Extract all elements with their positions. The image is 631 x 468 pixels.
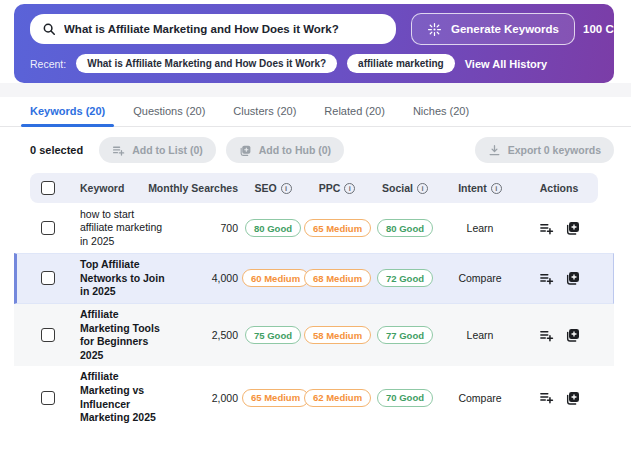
intent-value: Compare [440,272,520,284]
column-header-seo: SEO i [242,182,304,194]
table-row[interactable]: Top Affiliate Networks to Join in 2025 4… [14,253,614,304]
add-to-hub-label: Add to Hub (0) [259,144,331,156]
recent-label: Recent: [30,58,66,70]
generate-keywords-label: Generate Keywords [451,23,559,35]
column-label: Social [382,182,413,194]
keyword-text: Affiliate Marketing vs Influencer Market… [80,370,168,425]
intent-value: Learn [440,222,520,234]
add-to-list-label: Add to List (0) [132,144,203,156]
search-header: Generate Keywords 100 Credits Recent: Wh… [14,4,614,83]
ppc-score-badge: 65 Medium [304,219,371,237]
monthly-searches-value: 2,500 [178,329,242,341]
column-header-intent: Intent i [440,182,520,194]
seo-score-badge: 60 Medium [242,269,309,287]
table-row[interactable]: how to start affiliate marketing in 2025… [14,203,614,253]
row-checkbox[interactable] [41,328,55,342]
tab-keywords[interactable]: Keywords (20) [16,97,119,126]
download-icon [488,144,501,157]
ppc-score-badge: 62 Medium [304,389,371,407]
column-header-actions: Actions [520,182,598,194]
selected-count: 0 selected [30,144,83,156]
keyword-research-page: Generate Keywords 100 Credits Recent: Wh… [0,0,631,468]
header-divider-strip [0,83,631,97]
info-icon[interactable]: i [344,183,355,194]
add-to-list-icon[interactable] [538,390,555,405]
keyword-text: how to start affiliate marketing in 2025 [80,208,168,249]
select-all-cell [30,181,66,195]
info-icon[interactable]: i [491,183,502,194]
keywords-table: Keyword Monthly Searches SEO i PPC i Soc… [14,173,614,429]
search-icon [42,22,56,36]
sparkle-icon [427,22,442,37]
social-score-badge: 80 Good [377,219,433,237]
select-all-checkbox[interactable] [41,181,55,195]
monthly-searches-value: 700 [178,222,242,234]
selection-toolbar: 0 selected Add to List (0) Add to Hub (0… [0,127,631,171]
table-row[interactable]: Affiliate Marketing Tools for Beginners … [14,304,614,367]
social-score-badge: 77 Good [377,326,433,344]
view-all-history-link[interactable]: View All History [465,58,548,70]
info-icon[interactable]: i [417,183,428,194]
add-to-list-icon[interactable] [538,328,555,343]
hub-plus-icon [239,144,252,157]
keyword-search-box[interactable] [30,14,396,44]
add-to-hub-icon[interactable] [565,327,581,343]
intent-value: Learn [440,329,520,341]
tab-niches[interactable]: Niches (20) [399,97,483,126]
column-label: Actions [540,182,579,194]
tab-clusters[interactable]: Clusters (20) [219,97,310,126]
table-header-row: Keyword Monthly Searches SEO i PPC i Soc… [30,173,598,203]
tabs-bar: Keywords (20)Questions (20)Clusters (20)… [0,97,631,127]
column-label: Intent [458,182,487,194]
add-to-hub-icon[interactable] [565,270,581,286]
credits-badge: 100 Credits [575,23,631,35]
social-score-badge: 70 Good [377,389,433,407]
seo-score-badge: 75 Good [245,326,301,344]
tab-related[interactable]: Related (20) [310,97,399,126]
recent-chip[interactable]: What is Affiliate Marketing and How Does… [76,54,337,73]
row-checkbox[interactable] [41,221,55,235]
column-label: Monthly Searches [148,182,238,194]
add-to-list-icon[interactable] [538,271,555,286]
row-checkbox[interactable] [41,391,55,405]
add-to-hub-icon[interactable] [565,390,581,406]
search-input[interactable] [64,23,384,35]
seo-score-badge: 80 Good [245,219,301,237]
recent-chips: What is Affiliate Marketing and How Does… [76,54,455,73]
ppc-score-badge: 58 Medium [304,326,371,344]
column-label: Keyword [80,182,124,194]
column-label: PPC [319,182,341,194]
column-label: SEO [254,182,276,194]
tab-questions[interactable]: Questions (20) [119,97,219,126]
ppc-score-badge: 68 Medium [304,269,371,287]
generate-keywords-button[interactable]: Generate Keywords [411,13,575,45]
column-header-monthly: Monthly Searches [178,182,242,194]
add-to-hub-icon[interactable] [565,220,581,236]
column-header-social: Social i [370,182,440,194]
table-row[interactable]: Affiliate Marketing vs Influencer Market… [14,366,614,429]
social-score-badge: 72 Good [377,269,433,287]
add-to-list-icon[interactable] [538,221,555,236]
export-keywords-label: Export 0 keywords [508,144,601,156]
monthly-searches-value: 2,000 [178,392,242,404]
add-to-list-button[interactable]: Add to List (0) [99,137,216,163]
info-icon[interactable]: i [281,183,292,194]
monthly-searches-value: 4,000 [178,272,242,284]
seo-score-badge: 65 Medium [242,389,309,407]
keyword-text: Affiliate Marketing Tools for Beginners … [80,308,168,363]
column-header-ppc: PPC i [304,182,370,194]
add-to-hub-button[interactable]: Add to Hub (0) [226,137,344,163]
intent-value: Compare [440,392,520,404]
table-body: how to start affiliate marketing in 2025… [14,203,614,429]
list-plus-icon [112,144,125,157]
recent-chip[interactable]: affiliate marketing [347,54,455,73]
export-keywords-button[interactable]: Export 0 keywords [475,137,614,163]
keyword-text: Top Affiliate Networks to Join in 2025 [80,258,168,299]
row-checkbox[interactable] [41,271,55,285]
